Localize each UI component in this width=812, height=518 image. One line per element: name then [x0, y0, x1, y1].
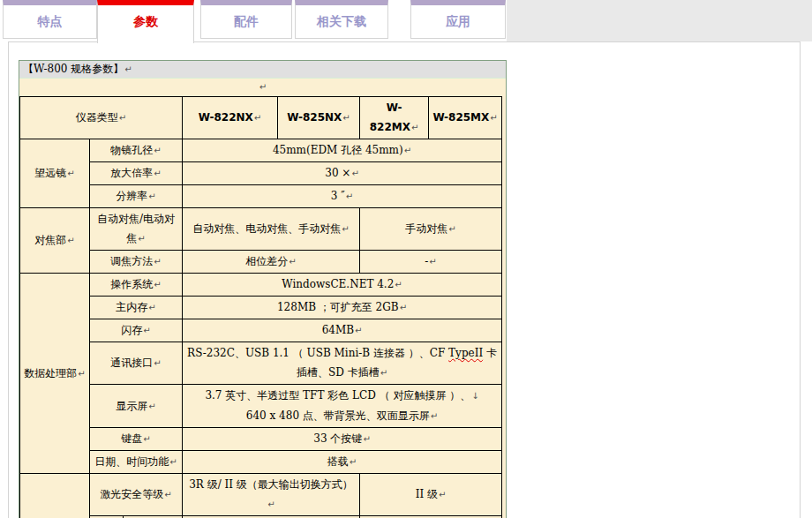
row-laser-class: 激光安全等级↵ 3R 级/ II 级（最大输出切换方式）↵ II 级↵: [20, 474, 502, 516]
cell-laser-label: 激光安全等级↵: [90, 474, 183, 516]
cell-ram-label: 主内存↵: [90, 297, 183, 319]
display-value-line1: 3.7 英寸、半透过型 TFT 彩色 LCD （ 对应触摸屏 ）、↓: [185, 386, 499, 406]
cell-magnification-value: 30 ×↵: [183, 162, 502, 185]
spec-table: 仪器类型↵ W-822NX↵ W-825NX↵ W-822MX↵ W-825MX…: [19, 96, 502, 518]
cell-focus-method-label: 调焦方法↵: [90, 251, 183, 274]
cell-flash-value: 64MB↵: [183, 319, 502, 342]
row-autofocus: 对焦部↵ 自动对焦/电动对焦↵ 自动对焦、电动对焦、手动对焦↵ 手动对焦↵: [20, 208, 502, 251]
row-keyboard: 键盘↵ 33 个按键↵: [20, 428, 502, 451]
row-display: 显示屏↵ 3.7 英寸、半透过型 TFT 彩色 LCD （ 对应触摸屏 ）、↓6…: [20, 385, 502, 428]
row-os: 数据处理部↵ 操作系统↵ WindowsCE.NET 4.2↵: [20, 274, 502, 297]
cell-group-focusing: 对焦部↵: [20, 208, 90, 274]
cell-autofocus-label: 自动对焦/电动对焦↵: [90, 208, 183, 251]
cell-model-w825nx: W-825NX↵: [278, 97, 360, 139]
cell-autofocus-value-nx: 自动对焦、电动对焦、手动对焦↵: [183, 208, 360, 251]
cell-comm-value: RS-232C、USB 1.1 （ USB Mini-B 连接器 ）、CF Ty…: [183, 342, 502, 385]
cell-focus-method-value-mx: -↵: [360, 251, 502, 274]
cell-os-value: WindowsCE.NET 4.2↵: [183, 274, 502, 297]
cell-laser-value-mx: II 级↵: [360, 474, 502, 516]
cell-ram-value: 128MB ；可扩充至 2GB↵: [183, 297, 502, 319]
tab-parameters[interactable]: 参数: [97, 0, 194, 43]
cell-laser-value-nx: 3R 级/ II 级（最大输出切换方式）↵: [183, 474, 360, 516]
tab-accessories[interactable]: 配件: [200, 0, 292, 39]
spec-table-wrapper: 【W-800 规格参数】↵ ↵ 仪器类型↵ W-822NX↵ W-825NX↵ …: [19, 60, 507, 518]
cell-magnification-label: 放大倍率↵: [90, 162, 183, 185]
cell-group-distance: [20, 474, 90, 518]
cell-display-label: 显示屏↵: [90, 385, 183, 428]
row-aperture: 望远镜↵ 物镜孔径↵ 45mm(EDM 孔径 45mm)↵: [20, 139, 502, 162]
tab-bar-filler: [507, 0, 812, 41]
cell-model-w822nx: W-822NX↵: [183, 97, 278, 139]
row-ram: 主内存↵ 128MB ；可扩充至 2GB↵: [20, 297, 502, 319]
cell-datetime-value: 搭载↵: [183, 451, 502, 474]
spec-table-blank-row: ↵: [19, 79, 506, 96]
row-magnification: 放大倍率↵ 30 ×↵: [20, 162, 502, 185]
comm-value-spellcheck: TypeII: [448, 347, 483, 359]
cell-model-w825mx: W-825MX↵: [429, 97, 502, 139]
content-panel: 【W-800 规格参数】↵ ↵ 仪器类型↵ W-822NX↵ W-825NX↵ …: [8, 41, 801, 518]
row-datetime: 日期、时间功能↵ 搭载↵: [20, 451, 502, 474]
row-resolution: 分辨率↵ 3 ″↵: [20, 185, 502, 208]
row-comm: 通讯接口↵ RS-232C、USB 1.1 （ USB Mini-B 连接器 ）…: [20, 342, 502, 385]
cell-instrument-type-label: 仪器类型↵: [20, 97, 183, 139]
cell-group-data-processing: 数据处理部↵: [20, 274, 90, 474]
cell-model-w822mx: W-822MX↵: [360, 97, 429, 139]
cell-keyboard-value: 33 个按键↵: [183, 428, 502, 451]
row-flash: 闪存↵ 64MB↵: [20, 319, 502, 342]
display-value-line2: 640 x 480 点、带背景光、双面显示屏↵: [185, 406, 499, 426]
cell-flash-label: 闪存↵: [90, 319, 183, 342]
cell-resolution-label: 分辨率↵: [90, 185, 183, 208]
row-instrument-type: 仪器类型↵ W-822NX↵ W-825NX↵ W-822MX↵ W-825MX…: [20, 97, 502, 139]
cell-display-value: 3.7 英寸、半透过型 TFT 彩色 LCD （ 对应触摸屏 ）、↓640 x …: [183, 385, 502, 428]
row-focus-method: 调焦方法↵ 相位差分↵ -↵: [20, 251, 502, 274]
cell-focus-method-value-nx: 相位差分↵: [183, 251, 360, 274]
cell-os-label: 操作系统↵: [90, 274, 183, 297]
cell-datetime-label: 日期、时间功能↵: [90, 451, 183, 474]
tab-downloads[interactable]: 相关下载: [295, 0, 388, 39]
tab-applications[interactable]: 应用: [410, 0, 506, 39]
cell-aperture-label: 物镜孔径↵: [90, 139, 183, 162]
cell-resolution-value: 3 ″↵: [183, 185, 502, 208]
comm-value-pre: RS-232C、USB 1.1 （ USB Mini-B 连接器 ）、CF: [187, 347, 448, 359]
cell-comm-label: 通讯接口↵: [90, 342, 183, 385]
spec-table-title: 【W-800 规格参数】↵: [19, 61, 506, 79]
cell-group-telescope: 望远镜↵: [20, 139, 90, 208]
tab-bar: 特点 参数 配件 相关下载 应用: [0, 0, 812, 41]
cell-keyboard-label: 键盘↵: [90, 428, 183, 451]
cell-autofocus-value-mx: 手动对焦↵: [360, 208, 502, 251]
tab-features[interactable]: 特点: [3, 0, 97, 39]
cell-aperture-value: 45mm(EDM 孔径 45mm)↵: [183, 139, 502, 162]
